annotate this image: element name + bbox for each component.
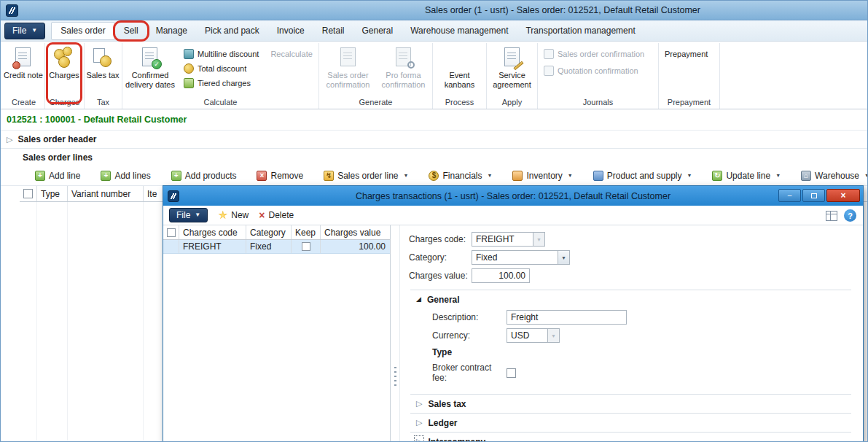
ribbon-group-charges: Charges Charges (45, 43, 85, 109)
new-button[interactable]: New (218, 210, 249, 220)
journal-quotation-confirmation-label: Quotation confirmation (558, 66, 638, 75)
field-value: FREIGHT (476, 234, 515, 244)
update-line-menu[interactable]: ↻ Update line ▼ (705, 169, 787, 182)
fasttab-sales-tax-header[interactable]: ▷ Sales tax (410, 395, 851, 413)
cell-category[interactable]: Fixed (246, 240, 292, 253)
expander-icon[interactable]: ▷ (416, 419, 422, 427)
select-all-checkbox[interactable] (167, 228, 176, 237)
warehouse-menu[interactable]: ⌂ Warehouse ▼ (794, 169, 868, 182)
column-header-variant-number[interactable]: Variant number (68, 186, 144, 201)
tab-sell[interactable]: Sell (115, 22, 147, 40)
layout-icon[interactable] (826, 211, 837, 221)
sales-tax-button[interactable]: Sales tax (85, 44, 121, 80)
fasttab-general-header[interactable]: ◢ General (410, 290, 851, 309)
column-header-keep[interactable]: Keep (292, 225, 321, 239)
financials-menu[interactable]: $ Financials ▼ (422, 169, 498, 182)
currency-combo[interactable]: USD ▼ (507, 328, 560, 343)
dialog-file-menu-button[interactable]: File ▼ (169, 208, 208, 222)
minimize-button[interactable]: – (778, 189, 801, 202)
tab-invoice[interactable]: Invoice (268, 22, 313, 40)
delete-button[interactable]: × Delete (259, 210, 294, 220)
expander-icon[interactable]: ▷ (416, 400, 422, 408)
record-title: 012521 : 100001 - Default Retail Custome… (1, 109, 867, 131)
column-label: Ite (147, 189, 157, 199)
tab-general[interactable]: General (353, 22, 402, 40)
product-and-supply-menu[interactable]: Product and supply ▼ (587, 169, 699, 182)
tab-transportation-management[interactable]: Transportation management (517, 22, 644, 40)
remove-icon: × (257, 171, 267, 181)
column-header-category[interactable]: Category (246, 225, 292, 239)
fasttab-intercompany-header[interactable]: ▷ Intercompany (410, 433, 851, 442)
total-discount-button[interactable]: Total discount (184, 63, 313, 74)
sales-order-line-menu[interactable]: ↯ Sales order line ▼ (317, 169, 415, 182)
charges-grid-row[interactable]: FREIGHT Fixed 100.00 (163, 240, 390, 254)
broker-contract-fee-checkbox[interactable] (507, 368, 516, 378)
fasttab-ledger-header[interactable]: ▷ Ledger (410, 414, 851, 432)
expander-icon[interactable]: ▷ (416, 438, 422, 442)
expander-icon[interactable]: ▷ (7, 136, 12, 144)
recalculate-button: Recalculate (270, 48, 312, 60)
charges-code-input[interactable]: FREIGHT (472, 232, 533, 247)
cell-charges-code[interactable]: FREIGHT (179, 240, 246, 253)
file-menu-button[interactable]: File ▼ (4, 23, 45, 39)
tab-label: Warehouse management (410, 26, 508, 36)
add-lines-button[interactable]: + Add lines (94, 169, 157, 182)
group-label-prepayment: Prepayment (659, 98, 719, 106)
add-products-button[interactable]: + Add products (165, 169, 243, 182)
column-header-charges-value[interactable]: Charges value (321, 225, 389, 239)
tab-retail[interactable]: Retail (313, 22, 353, 40)
new-icon (218, 211, 227, 220)
column-header-type[interactable]: Type (37, 186, 68, 201)
delete-icon: × (259, 210, 265, 220)
delete-label: Delete (268, 210, 294, 220)
description-input[interactable]: Freight (507, 310, 627, 325)
dialog-title: Charges transactions (1 - usrt) - Sales … (163, 191, 863, 201)
maximize-button[interactable] (802, 189, 825, 202)
remove-button[interactable]: × Remove (250, 169, 310, 182)
service-agreement-label: Service agreement (489, 71, 536, 89)
charges-code-combo[interactable]: FREIGHT ▼ (472, 232, 545, 247)
column-label: Charges code (183, 228, 238, 238)
prepayment-button[interactable]: Prepayment (665, 48, 708, 60)
category-select[interactable]: Fixed ▼ (472, 250, 570, 265)
tab-manage[interactable]: Manage (147, 22, 196, 40)
confirmed-delivery-dates-label: Confirmed delivery dates (122, 71, 178, 89)
splitter[interactable] (391, 225, 400, 442)
keep-checkbox[interactable] (302, 242, 310, 251)
tab-sales-order[interactable]: Sales order (51, 22, 114, 40)
tab-warehouse-management[interactable]: Warehouse management (402, 22, 517, 40)
tiered-charges-label: Tiered charges (198, 79, 251, 88)
inventory-menu[interactable]: Inventory ▼ (506, 169, 579, 182)
row-selector[interactable] (163, 240, 179, 253)
help-icon[interactable]: ? (844, 209, 856, 222)
confirmed-delivery-dates-button[interactable]: ✓ Confirmed delivery dates (122, 44, 178, 89)
select-all-cell (163, 225, 179, 239)
splitter-handle-icon (394, 365, 396, 386)
cell-charges-value[interactable]: 100.00 (321, 240, 389, 253)
currency-input[interactable]: USD (507, 328, 547, 343)
multiline-discount-button[interactable]: Multiline discount (184, 48, 259, 60)
chevron-down-icon[interactable]: ▼ (558, 250, 570, 265)
category-value[interactable]: Fixed (472, 250, 558, 265)
ribbon-tab-bar: File ▼ Sales order Sell Manage Pick and … (1, 20, 867, 42)
column-header-charges-code[interactable]: Charges code (179, 225, 246, 239)
tab-label: General (361, 26, 393, 36)
event-kanbans-button[interactable]: Event kanbans (437, 44, 483, 89)
warehouse-icon: ⌂ (801, 171, 811, 181)
expander-open-icon[interactable]: ◢ (416, 296, 421, 303)
service-agreement-button[interactable]: Service agreement (489, 44, 536, 89)
credit-note-button[interactable]: Credit note (3, 44, 44, 80)
financials-icon: $ (429, 171, 439, 181)
inventory-label: Inventory (526, 171, 562, 181)
charges-value-input[interactable]: 100.00 (472, 268, 530, 283)
tab-pick-and-pack[interactable]: Pick and pack (196, 22, 268, 40)
sales-order-header-section[interactable]: ▷ Sales order header (1, 131, 867, 149)
add-line-button[interactable]: + Add line (28, 169, 87, 182)
tiered-charges-icon (184, 78, 194, 88)
tiered-charges-button[interactable]: Tiered charges (184, 77, 313, 89)
charges-button[interactable]: Charges (45, 44, 83, 80)
dialog-titlebar[interactable]: Charges transactions (1 - usrt) - Sales … (163, 186, 863, 206)
select-all-checkbox[interactable] (23, 189, 33, 198)
close-button[interactable]: × (826, 189, 860, 202)
dialog-menubar: File ▼ New × Delete ? (163, 206, 863, 225)
